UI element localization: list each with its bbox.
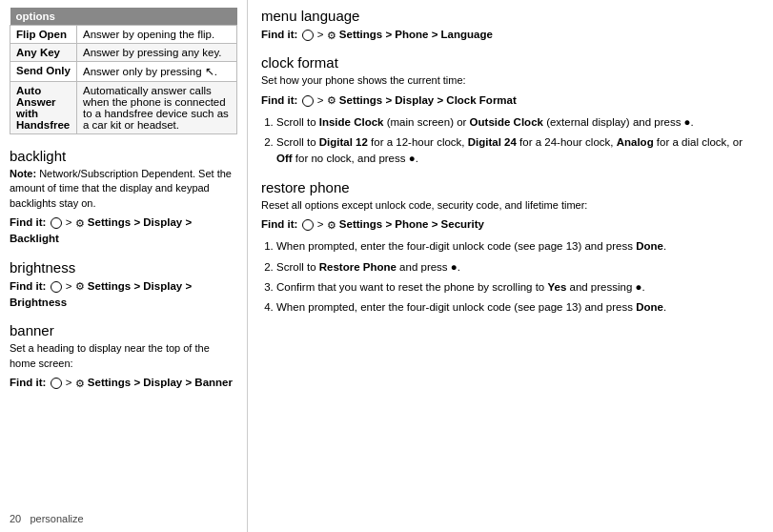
table-cell-key: Auto Answer with Handsfree bbox=[10, 82, 77, 134]
right-panel: menu language Find it: > ⚙ Settings > Ph… bbox=[248, 0, 773, 532]
page-footer: 20 personalize bbox=[10, 513, 84, 524]
table-row: Flip OpenAnswer by opening the flip. bbox=[10, 26, 237, 44]
list-item: When prompted, enter the four-digit unlo… bbox=[276, 238, 760, 255]
circle-icon-6 bbox=[302, 219, 314, 231]
backlight-note-text: Network/Subscription Dependent. Set the … bbox=[10, 168, 232, 209]
restore-phone-find-it: Find it: > ⚙ Settings > Phone > Security bbox=[261, 216, 760, 233]
table-cell-key: Flip Open bbox=[10, 26, 77, 44]
circle-icon-3 bbox=[51, 378, 62, 389]
table-row: Send OnlyAnswer only by pressing ↖. bbox=[10, 62, 237, 82]
menu-language-find-it: Find it: > ⚙ Settings > Phone > Language bbox=[261, 27, 760, 43]
backlight-section: backlight Note: Network/Subscription Dep… bbox=[10, 148, 237, 248]
backlight-heading: backlight bbox=[10, 148, 237, 164]
restore-phone-section: restore phone Reset all options except u… bbox=[261, 179, 760, 317]
table-cell-key: Send Only bbox=[10, 62, 77, 82]
find-it-label-1: Find it: bbox=[10, 216, 46, 228]
find-it-label-2: Find it: bbox=[10, 280, 46, 292]
backlight-find-it: Find it: > ⚙ Settings > Display > Backli… bbox=[10, 215, 237, 248]
table-cell-value: Answer by pressing any key. bbox=[77, 44, 237, 62]
menu-language-heading: menu language bbox=[261, 8, 760, 24]
brightness-section: brightness Find it: > ⚙ Settings > Displ… bbox=[10, 259, 237, 312]
gear-icon-2: ⚙ bbox=[75, 278, 85, 295]
clock-format-heading: clock format bbox=[261, 54, 760, 71]
banner-desc: Set a heading to display near the top of… bbox=[10, 341, 237, 371]
gear-icon-6: ⚙ bbox=[327, 217, 336, 234]
find-it-label-3: Find it: bbox=[10, 377, 46, 388]
table-row: Any KeyAnswer by pressing any key. bbox=[10, 44, 237, 62]
menu-language-section: menu language Find it: > ⚙ Settings > Ph… bbox=[261, 8, 760, 43]
left-panel: options Flip OpenAnswer by opening the f… bbox=[0, 0, 248, 532]
gear-icon-3: ⚙ bbox=[75, 376, 85, 392]
footer-label: personalize bbox=[30, 513, 83, 524]
clock-format-find-it: Find it: > ⚙ Settings > Display > Clock … bbox=[261, 92, 760, 109]
banner-heading: banner bbox=[10, 322, 237, 338]
circle-icon-1 bbox=[51, 217, 62, 229]
brightness-heading: brightness bbox=[10, 259, 237, 276]
clock-format-section: clock format Set how your phone shows th… bbox=[261, 54, 760, 167]
restore-phone-heading: restore phone bbox=[261, 179, 760, 195]
table-cell-value: Answer only by pressing ↖. bbox=[77, 62, 237, 82]
find-it-label-6: Find it: bbox=[261, 218, 297, 230]
list-item: When prompted, enter the four-digit unlo… bbox=[276, 299, 760, 316]
table-cell-value: Automatically answer calls when the phon… bbox=[77, 82, 237, 134]
gear-icon-4: ⚙ bbox=[327, 28, 336, 44]
banner-section: banner Set a heading to display near the… bbox=[10, 322, 237, 391]
table-header: options bbox=[10, 8, 237, 26]
gear-icon-1: ⚙ bbox=[75, 215, 85, 232]
circle-icon-4 bbox=[302, 30, 314, 41]
restore-steps-list: When prompted, enter the four-digit unlo… bbox=[276, 238, 760, 316]
table-row: Auto Answer with HandsfreeAutomatically … bbox=[10, 82, 237, 134]
note-label: Note: bbox=[10, 168, 36, 179]
page-number: 20 bbox=[10, 513, 21, 524]
find-it-label-5: Find it: bbox=[261, 94, 297, 106]
circle-icon-2 bbox=[51, 281, 62, 293]
clock-format-desc: Set how your phone shows the current tim… bbox=[261, 73, 760, 88]
banner-find-it: Find it: > ⚙ Settings > Display > Banner bbox=[10, 375, 237, 391]
clock-steps-list: Scroll to Inside Clock (main screen) or … bbox=[276, 114, 760, 168]
table-cell-value: Answer by opening the flip. bbox=[77, 26, 237, 44]
options-table: options Flip OpenAnswer by opening the f… bbox=[10, 8, 237, 134]
circle-icon-5 bbox=[302, 95, 314, 107]
backlight-note: Note: Network/Subscription Dependent. Se… bbox=[10, 167, 237, 211]
restore-phone-desc: Reset all options except unlock code, se… bbox=[261, 198, 760, 213]
gear-icon-5: ⚙ bbox=[327, 92, 336, 109]
brightness-find-it: Find it: > ⚙ Settings > Display > Bright… bbox=[10, 278, 237, 312]
list-item: Scroll to Digital 12 for a 12-hour clock… bbox=[276, 134, 760, 168]
list-item: Scroll to Restore Phone and press ●. bbox=[276, 259, 760, 276]
list-item: Scroll to Inside Clock (main screen) or … bbox=[276, 114, 760, 131]
list-item: Confirm that you want to reset the phone… bbox=[276, 279, 760, 296]
table-cell-key: Any Key bbox=[10, 44, 77, 62]
find-it-label-4: Find it: bbox=[261, 29, 297, 40]
